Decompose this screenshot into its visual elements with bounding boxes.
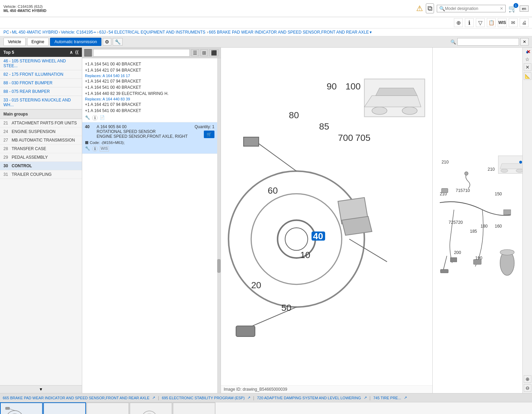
top5-item-4[interactable]: 88 - 075 REAR BUMPER (0, 87, 82, 96)
group-28[interactable]: 28 TRANSFER CASE (0, 145, 82, 153)
side-star-icon[interactable]: ☆ (525, 57, 530, 62)
side-measure-icon[interactable]: 📐 (524, 72, 531, 80)
side-cross-icon[interactable]: ✕ (524, 63, 531, 71)
doc-icon-1[interactable]: 📄 (100, 115, 105, 121)
side-zoom-in-icon[interactable]: ⊕ (524, 375, 531, 383)
svg-text:150: 150 (495, 192, 502, 197)
search-close-icon[interactable]: ✕ (500, 6, 503, 11)
svg-rect-68 (175, 405, 213, 414)
wrench-icon-1[interactable]: 🔧 (85, 115, 90, 121)
bottom-tab-745[interactable]: 745 TIRE PRE... (373, 396, 401, 400)
thumbnail-5[interactable] (173, 402, 215, 414)
group-30[interactable]: 30 CONTROL (0, 162, 82, 170)
bottom-tab-695[interactable]: 695 ELECTRONIC STABILITY PROGRAM (ESP) (162, 396, 245, 400)
info-icon-40[interactable]: ℹ (92, 146, 98, 151)
report-icon[interactable]: 📋 (487, 18, 496, 27)
header: Vehicle: C164195 (63J) ML 450 4MATIC HYB… (0, 0, 532, 17)
wis-icon-40[interactable]: WIS (100, 146, 109, 151)
group-31[interactable]: 31 TRAILER COUPLING (0, 170, 82, 179)
breadcrumb-indent: › (207, 30, 208, 35)
tab-vehicle[interactable]: Vehicle (3, 38, 26, 46)
thumbnail-4[interactable] (129, 402, 172, 414)
trans-icon2[interactable]: 🔧 (113, 38, 123, 46)
info-action-icon[interactable]: ℹ (465, 18, 474, 27)
diagram-area-1: 100 90 80 85 (221, 48, 432, 385)
collapse-icon[interactable]: ∧ (70, 50, 73, 55)
header-actions: ⚠ ⧉ 🔍 ✕ 🛒 1 en (416, 3, 529, 13)
part-replaces-2[interactable]: Replaces: A 164 440 83 39 (85, 97, 214, 101)
breadcrumb-pc[interactable]: PC (3, 30, 9, 35)
copy-icon[interactable]: ⧉ (426, 3, 434, 13)
bottom-tab-745-link[interactable]: ↗ (404, 395, 407, 400)
thumbnail-3[interactable] (86, 402, 129, 414)
group-21[interactable]: 21 ATTACHMENT PARTS FOR UNITS (0, 119, 82, 127)
breadcrumb-edit-icon[interactable]: ✏ (94, 31, 96, 34)
bottom-tabs-strip: 665 BRAKE PAD WEAR INDICATOR AND SPEED S… (0, 393, 532, 402)
svg-rect-57 (5, 407, 10, 410)
zoom-in-action-icon[interactable]: ⊕ (454, 18, 463, 27)
top5-item-5[interactable]: 33 - 015 STEERING KNUCKLE AND WH... (0, 96, 82, 109)
bottom-tab-665-link[interactable]: ↗ (152, 395, 155, 400)
wis-icon[interactable]: WIS (498, 18, 507, 27)
parts-list-icon[interactable]: ☰ (191, 49, 199, 56)
parts-fullscreen-icon[interactable]: ⬛ (209, 49, 219, 56)
diagram2-close[interactable]: ✕ (527, 49, 531, 54)
group-29[interactable]: 29 PEDAL ASSEMBLY (0, 153, 82, 162)
part-replaces-1[interactable]: Replaces: A 164 540 16 17 (85, 73, 214, 78)
top5-item-1[interactable]: 46 - 105 STEERING WHEEL AND STEE... (0, 57, 82, 70)
parts-expand-icon[interactable]: ⊞ (200, 49, 208, 56)
tab-search-input[interactable] (457, 38, 519, 46)
svg-rect-63 (89, 405, 127, 414)
bottom-tab-665[interactable]: 665 BRAKE PAD WEAR INDICATOR AND SPEED S… (3, 396, 149, 400)
bottom-tab-695-link[interactable]: ↗ (247, 395, 250, 400)
parts-scrollbar-thumb[interactable] (217, 259, 221, 273)
group-27-num: 27 (3, 138, 12, 143)
part-line-7: +1 A 164 541 00 40 BRACKET (85, 108, 214, 114)
breadcrumb-electrical[interactable]: 54 ELECTRICAL EQUIPMENT AND INSTRUMENTS (109, 30, 206, 35)
group-24[interactable]: 24 ENGINE SUSPENSION (0, 127, 82, 136)
tab-bar: Vehicle Engine Automatic transmission ⚙ … (0, 36, 532, 48)
top5-item-2[interactable]: 82 - 175 FRONT ILLUMINATION (0, 70, 82, 79)
breadcrumb-vehicle[interactable]: Vehicle: C164195 (61, 30, 93, 35)
thumbnail-1[interactable] (0, 402, 43, 414)
breadcrumb-sep4: › (107, 30, 108, 35)
part-40-info: A 164 905 84 00 ROTATIONAL SPEED SENSOR … (97, 124, 193, 139)
filter-action-icon[interactable]: ▽ (476, 18, 485, 27)
part-40-cart-btn[interactable]: 🛒 (204, 131, 214, 138)
menu-icon[interactable]: ⟨⟨ (75, 50, 78, 55)
cart-button[interactable]: 🛒 1 (508, 4, 517, 13)
breadcrumb-dropdown-icon[interactable]: ▾ (370, 30, 372, 35)
svg-point-27 (501, 169, 508, 172)
vehicle-model: ML 450 4MATIC HYBRID (3, 9, 416, 13)
diagram-svg-2: 210 210 210 715 710 150 725 720 185 (433, 48, 532, 393)
thumbnail-2[interactable] (43, 402, 86, 414)
breadcrumb-63j[interactable]: 63J (99, 30, 106, 35)
side-zoom-out-icon[interactable]: ⊖ (524, 384, 531, 392)
bottom-tab-720-link[interactable]: ↗ (364, 395, 367, 400)
tab-engine[interactable]: Engine (27, 38, 49, 46)
model-search-input[interactable] (445, 6, 500, 11)
breadcrumb-model[interactable]: ML 450 4MATIC HYBRID (12, 30, 58, 35)
breadcrumb-sep1: › (10, 30, 11, 35)
breadcrumb-sub[interactable]: 665 BRAKE PAD WEAR INDICATOR AND SPEED S… (209, 30, 369, 35)
print-icon[interactable]: 🖨 (520, 18, 529, 27)
tab-auto-trans[interactable]: Automatic transmission (50, 38, 101, 46)
bottom-tab-720[interactable]: 720 ADAPTIVE DAMPING SYSTEM AND LEVEL LO… (257, 396, 361, 400)
lang-box[interactable]: en (520, 5, 529, 12)
trans-icon1[interactable]: ⚙ (103, 38, 111, 46)
thumbnail-strip (0, 402, 532, 414)
warning-icon[interactable]: ⚠ (416, 4, 423, 13)
svg-point-48 (500, 249, 514, 255)
tab-search-close[interactable]: ✕ (520, 38, 529, 46)
info-icon-1[interactable]: ℹ (92, 115, 98, 121)
diagram-caption-1: Image ID: drawing_B54665000039 (221, 385, 432, 393)
email-icon[interactable]: ✉ (509, 18, 518, 27)
wrench-icon-40[interactable]: 🔧 (85, 146, 90, 151)
action-bar: ⊕ ℹ ▽ 📋 WIS ✉ 🖨 (0, 17, 532, 28)
diagram-area-2: 210 210 210 715 710 150 725 720 185 (433, 48, 532, 393)
sidebar-scroll-down[interactable]: ▼ (0, 385, 82, 393)
parts-scrollbar[interactable] (217, 58, 221, 393)
top5-item-3[interactable]: 88 - 030 FRONT BUMPER (0, 79, 82, 87)
group-27[interactable]: 27 MB AUTOMATIC TRANSMISSION (0, 136, 82, 145)
part-40-qty-area: Quantity: 1 🛒 (195, 124, 214, 138)
